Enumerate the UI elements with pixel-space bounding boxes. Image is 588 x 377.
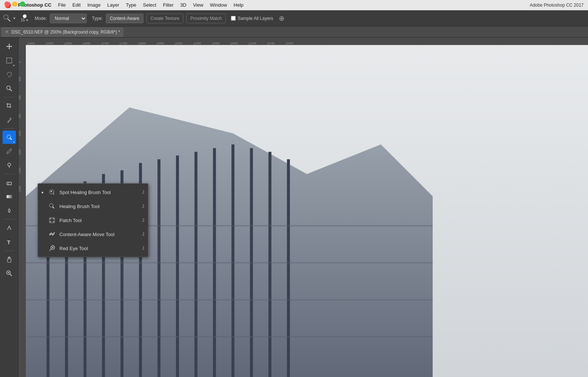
ruler-mark-1750: 1750 <box>120 42 138 45</box>
menu-view[interactable]: View <box>193 2 203 8</box>
brush-size-control[interactable]: 15 ▼ <box>21 14 29 22</box>
brush-dot <box>23 14 27 18</box>
svg-point-48 <box>50 221 51 222</box>
healing-tool[interactable]: ▶ <box>3 131 16 144</box>
ruler-marks: 1500 1550 1600 1650 1700 1750 1800 1850 … <box>26 38 304 45</box>
type-content-aware-button[interactable]: Content-Aware <box>106 14 143 23</box>
flyout-spot-heal[interactable]: ■ Spot Healing Brush Tool J <box>38 185 148 199</box>
mode-dropdown[interactable]: Normal <box>50 14 87 23</box>
lasso-tool[interactable] <box>3 68 16 81</box>
heal-label: Healing Brush Tool <box>59 204 138 209</box>
heal-brush-icon <box>3 14 12 23</box>
vmark-850: 850 <box>18 63 26 82</box>
pen-tool[interactable] <box>3 221 16 235</box>
sample-all-layers-label: Sample All Layers <box>238 16 273 21</box>
eraser-tool[interactable] <box>3 176 16 189</box>
ca-shortcut: J <box>142 232 144 237</box>
red-eye-label: Red Eye Tool <box>59 246 138 251</box>
move-tool[interactable] <box>3 40 16 53</box>
ruler-horizontal: 1500 1550 1600 1650 1700 1750 1800 1850 … <box>26 38 588 45</box>
menu-select[interactable]: Select <box>143 2 156 8</box>
gradient-tool[interactable] <box>3 190 16 203</box>
vmark-900: 900 <box>18 82 26 100</box>
ruler-vertical: 0 850 900 950 1000 1050 1100 1150 <box>18 38 26 377</box>
crop-tool[interactable] <box>3 99 16 113</box>
maximize-button[interactable] <box>20 1 25 7</box>
menu-window[interactable]: Window <box>210 2 227 8</box>
menu-file[interactable]: File <box>58 2 66 8</box>
window-title: Adobe Photoshop CC 2017 <box>530 3 584 8</box>
content-aware-icon <box>48 231 56 238</box>
flyout-heal[interactable]: ■ Healing Brush Tool J <box>38 199 148 213</box>
toolbar-divider-2 <box>4 128 15 129</box>
marquee-tool[interactable]: ▶ <box>3 54 16 67</box>
clone-stamp-tool[interactable] <box>3 159 16 172</box>
svg-line-44 <box>52 207 54 208</box>
minimize-button[interactable] <box>12 1 17 7</box>
hand-tool[interactable] <box>3 253 16 266</box>
brush-tool[interactable] <box>3 145 16 158</box>
ruler-corner <box>18 38 26 45</box>
tab-bar: ✕ DSC_6510.NEF @ 200% (Background copy, … <box>0 27 588 38</box>
toolbar-divider-1 <box>4 97 15 97</box>
toolbar-divider-3 <box>4 174 15 174</box>
content-aware-label: Content-Aware Move Tool <box>59 232 138 237</box>
ruler-mark-1800: 1800 <box>138 42 157 45</box>
menu-3d[interactable]: 3D <box>180 2 187 8</box>
heal-shortcut: J <box>142 204 144 209</box>
active-bullet: ■ <box>42 191 45 194</box>
canvas-area: 1500 1550 1600 1650 1700 1750 1800 1850 … <box>18 38 588 377</box>
type-label: Type: <box>92 16 103 21</box>
svg-point-7 <box>8 163 11 166</box>
heal-icon <box>48 203 56 210</box>
menu-type[interactable]: Type <box>126 2 136 8</box>
svg-text:T: T <box>7 239 10 245</box>
type-create-texture-button[interactable]: Create Texture <box>146 14 184 23</box>
vmark-1050: 1050 <box>18 137 26 156</box>
ruler-mark-2100: 2100 <box>249 42 267 45</box>
svg-line-14 <box>10 274 12 276</box>
ruler-mark-1600: 1600 <box>65 42 83 45</box>
type-tool[interactable]: T <box>3 235 16 249</box>
type-proximity-match-button[interactable]: Proximity Match <box>186 14 226 23</box>
ruler-mark-2150: 2150 <box>267 42 286 45</box>
vmark-1150: 1150 <box>18 174 26 193</box>
blur-tool[interactable] <box>3 204 16 217</box>
spot-heal-shortcut: J <box>142 190 144 195</box>
document-tab[interactable]: ✕ DSC_6510.NEF @ 200% (Background copy, … <box>1 27 124 37</box>
options-bar: ▼ 15 ▼ Mode: Normal Type: Content-Aware … <box>0 10 588 27</box>
adjustment-icon[interactable]: ⊕ <box>279 14 284 23</box>
flyout-red-eye[interactable]: ■ Red Eye Tool J <box>38 241 148 255</box>
flyout-patch[interactable]: ■ Patch Tool J <box>38 213 148 227</box>
menu-edit[interactable]: Edit <box>72 2 80 8</box>
ruler-mark-1550: 1550 <box>46 42 65 45</box>
ruler-mark-1700: 1700 <box>101 42 120 45</box>
toolbar-divider-5 <box>4 250 15 251</box>
vmark-950: 950 <box>18 100 26 119</box>
ruler-mark-2000: 2000 <box>212 42 231 45</box>
flyout-content-aware[interactable]: ■ Content-Aware Move Tool J <box>38 227 148 241</box>
window-controls <box>4 1 25 7</box>
tab-close-button[interactable]: ✕ <box>5 30 8 34</box>
menu-help[interactable]: Help <box>234 2 243 8</box>
tool-flyout-menu: ■ Spot Healing Brush Tool J ■ <box>38 183 148 257</box>
svg-line-6 <box>10 138 12 140</box>
close-button[interactable] <box>4 1 10 7</box>
menu-filter[interactable]: Filter <box>163 2 174 8</box>
menu-layer[interactable]: Layer <box>107 2 120 8</box>
ruler-mark-1950: 1950 <box>194 42 212 45</box>
vmark-0: 0 <box>18 45 26 63</box>
spot-heal-icon <box>48 188 56 196</box>
menu-image[interactable]: Image <box>87 2 101 8</box>
menu-bar: 🍎 Photoshop CC File Edit Image Layer Typ… <box>0 0 588 10</box>
brush-tool-selector[interactable]: ▼ <box>3 14 16 23</box>
vmark-1100: 1100 <box>18 156 26 174</box>
ruler-mark-2200: 2200 <box>286 42 304 45</box>
zoom-tool[interactable] <box>3 267 16 280</box>
sample-all-layers-checkbox[interactable] <box>231 16 236 21</box>
tool-dropdown-arrow[interactable]: ▼ <box>13 16 16 20</box>
ruler-mark-1850: 1850 <box>157 42 175 45</box>
magic-wand-tool[interactable] <box>3 82 16 95</box>
sample-all-container: Sample All Layers <box>231 16 273 21</box>
eyedropper-tool[interactable] <box>3 113 16 127</box>
